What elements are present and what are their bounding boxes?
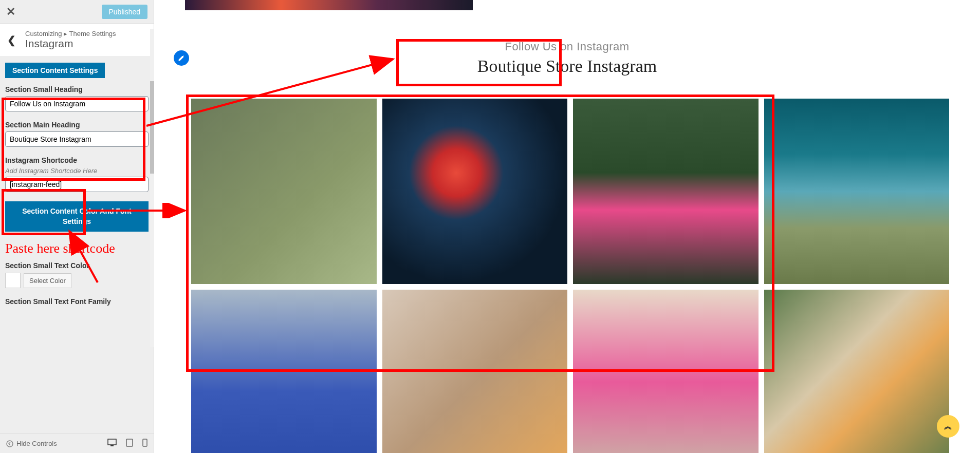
desktop-icon[interactable] [107, 439, 117, 449]
font-family-field: Section Small Text Font Family [5, 297, 149, 306]
shortcode-field: Instagram Shortcode Add Instagram Shortc… [5, 156, 149, 192]
hero-image [185, 0, 473, 10]
tablet-icon[interactable] [126, 439, 133, 449]
small-heading-input[interactable] [5, 96, 149, 111]
preview-pane: Follow Us on Instagram Boutique Store In… [154, 0, 980, 453]
instagram-image[interactable] [191, 290, 377, 454]
preview-main-heading: Boutique Store Instagram [477, 56, 657, 76]
instagram-image[interactable] [764, 290, 950, 454]
select-color-button[interactable]: Select Color [24, 273, 71, 288]
chevron-left-icon [6, 440, 13, 447]
preview-small-heading: Follow Us on Instagram [477, 40, 657, 53]
svg-rect-4 [143, 439, 147, 446]
instagram-image[interactable] [191, 99, 377, 284]
device-switcher [107, 439, 147, 449]
sidebar-top-bar: ✕ Published [0, 0, 154, 24]
breadcrumb-path: Customizing ▸ Theme Settings [25, 30, 146, 37]
back-icon[interactable]: ❮ [7, 34, 16, 46]
section-heading: Follow Us on Instagram Boutique Store In… [477, 40, 657, 76]
main-heading-field: Section Main Heading [5, 121, 149, 147]
instagram-image[interactable] [764, 99, 950, 284]
svg-rect-1 [108, 439, 116, 445]
chevron-right-icon: ▸ [64, 30, 67, 37]
main-heading-label: Section Main Heading [5, 121, 149, 129]
instagram-image[interactable] [573, 290, 759, 454]
breadcrumb: ❮ Customizing ▸ Theme Settings Instagram [0, 24, 154, 56]
shortcode-input[interactable] [5, 177, 149, 192]
annotation-paste-here: Paste here shortcode [5, 241, 149, 256]
font-family-label: Section Small Text Font Family [5, 297, 149, 306]
pencil-icon [178, 54, 185, 62]
instagram-image[interactable] [382, 99, 568, 284]
double-chevron-up-icon: ︽ [944, 421, 952, 432]
instagram-image[interactable] [573, 99, 759, 284]
breadcrumb-section: Theme Settings [69, 30, 116, 37]
published-button[interactable]: Published [102, 5, 148, 19]
instagram-image[interactable] [382, 290, 568, 454]
breadcrumb-text: Customizing ▸ Theme Settings Instagram [25, 30, 146, 50]
hide-controls-button[interactable]: Hide Controls [6, 440, 57, 447]
hide-controls-label: Hide Controls [16, 440, 57, 447]
section-content-settings-header: Section Content Settings [5, 63, 105, 78]
sidebar-footer: Hide Controls [0, 433, 154, 453]
section-body: Section Content Settings Section Small H… [0, 56, 154, 433]
breadcrumb-root: Customizing [25, 30, 62, 37]
shortcode-help: Add Instagram Shortcode Here [5, 167, 149, 175]
color-font-settings-header: Section Content Color And Font Settings [5, 201, 149, 232]
shortcode-label: Instagram Shortcode [5, 156, 149, 164]
close-icon[interactable]: ✕ [6, 5, 15, 18]
main-heading-input[interactable] [5, 131, 149, 147]
sidebar-scrollbar-thumb[interactable] [150, 81, 154, 174]
small-heading-field: Section Small Heading [5, 85, 149, 111]
sidebar-scrollbar-track [150, 29, 154, 347]
page-title: Instagram [25, 37, 146, 50]
scroll-to-top-button[interactable]: ︽ [937, 415, 959, 438]
color-swatch[interactable] [5, 273, 21, 288]
customizer-sidebar: ✕ Published ❮ Customizing ▸ Theme Settin… [0, 0, 154, 453]
svg-rect-3 [126, 439, 133, 446]
edit-section-button[interactable] [174, 50, 189, 66]
svg-rect-2 [110, 445, 114, 446]
instagram-grid [191, 99, 949, 453]
small-text-color-field: Section Small Text Color Select Color [5, 261, 149, 288]
small-heading-label: Section Small Heading [5, 85, 149, 93]
svg-point-0 [7, 441, 13, 447]
mobile-icon[interactable] [142, 439, 147, 449]
small-text-color-label: Section Small Text Color [5, 261, 149, 270]
